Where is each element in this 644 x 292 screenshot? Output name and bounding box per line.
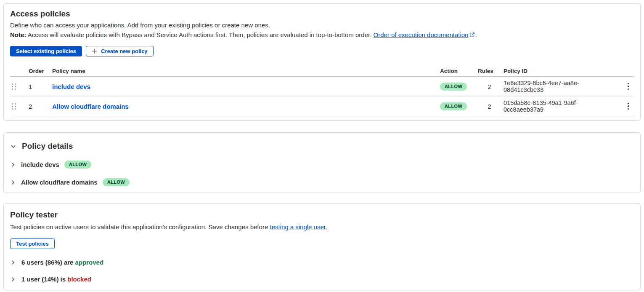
result-text: 1 user (14%) is blocked	[21, 276, 91, 283]
policy-tester-description: Test policies on active users to validat…	[10, 223, 634, 230]
action-badge: ALLOW	[64, 161, 91, 169]
select-existing-policies-button[interactable]: Select existing policies	[10, 46, 82, 56]
chevron-right-icon[interactable]	[10, 179, 16, 185]
table-row: 1 include devs ALLOW 2 1e6e3329-6bc6-4ee…	[10, 77, 634, 96]
policy-detail-name[interactable]: include devs	[21, 161, 59, 168]
chevron-right-icon[interactable]	[10, 276, 16, 282]
action-badge: ALLOW	[440, 102, 467, 110]
col-header-rules: Rules	[478, 68, 501, 74]
note-suffix: .	[475, 31, 477, 38]
policy-name-link[interactable]: Allow cloudflare domains	[52, 103, 129, 110]
note-text: Access will evaluate policies with Bypas…	[26, 31, 373, 38]
col-header-order: Order	[29, 68, 52, 74]
access-policies-actions: Select existing policies Create new poli…	[10, 46, 634, 56]
external-link-icon	[469, 32, 475, 39]
plus-icon	[92, 48, 97, 54]
drag-handle-icon[interactable]	[12, 103, 19, 110]
policies-table-header: Order Policy name Action Rules Policy ID	[10, 65, 634, 77]
chevron-down-icon[interactable]	[10, 143, 16, 150]
result-count-text: 1 user (14%) is	[21, 276, 67, 283]
tester-result-approved: 6 users (86%) are approved	[10, 259, 634, 266]
policy-details-header[interactable]: Policy details	[10, 142, 634, 151]
status-blocked: blocked	[67, 276, 91, 283]
row-order: 1	[29, 83, 52, 90]
row-rules: 2	[478, 103, 501, 110]
chevron-right-icon[interactable]	[10, 260, 16, 265]
policies-table: Order Policy name Action Rules Policy ID…	[10, 65, 634, 116]
row-policy-id: 015da58e-8135-49a1-9a6f-0cc8aeeb37a9	[501, 99, 615, 113]
chevron-right-icon[interactable]	[10, 162, 16, 168]
testing-single-user-link[interactable]: testing a single user.	[270, 223, 327, 230]
policy-tester-title: Policy tester	[10, 210, 634, 220]
result-text: 6 users (86%) are approved	[21, 259, 103, 266]
action-badge: ALLOW	[440, 83, 467, 91]
col-header-policy-name: Policy name	[52, 68, 440, 74]
order-of-execution-link[interactable]: Order of execution documentation	[373, 31, 468, 38]
access-policies-note: Note: Access will evaluate policies with…	[10, 31, 634, 39]
action-badge: ALLOW	[103, 178, 130, 186]
status-approved: approved	[75, 259, 104, 266]
create-new-policy-label: Create new policy	[101, 48, 148, 54]
page-title: Access policies	[10, 9, 634, 19]
policy-name-link[interactable]: include devs	[52, 83, 90, 90]
col-header-action: Action	[440, 68, 478, 74]
col-header-policy-id: Policy ID	[501, 68, 615, 74]
drag-handle-icon[interactable]	[12, 83, 19, 90]
create-new-policy-button[interactable]: Create new policy	[86, 46, 154, 56]
policy-tester-description-text: Test policies on active users to validat…	[10, 223, 270, 230]
table-row: 2 Allow cloudflare domains ALLOW 2 015da…	[10, 96, 634, 116]
policy-details-title: Policy details	[22, 142, 73, 151]
row-menu-kebab-icon[interactable]	[625, 101, 632, 112]
row-policy-id: 1e6e3329-6bc6-4ee7-aa8e-08d41c3cbe33	[501, 80, 615, 93]
row-rules: 2	[478, 83, 501, 90]
tester-result-blocked: 1 user (14%) is blocked	[10, 276, 634, 283]
policy-detail-item: Allow cloudflare domains ALLOW	[10, 178, 634, 186]
row-menu-kebab-icon[interactable]	[625, 81, 632, 92]
policy-detail-item: include devs ALLOW	[10, 161, 634, 169]
result-count-text: 6 users (86%) are	[21, 259, 75, 266]
note-label: Note:	[10, 31, 26, 38]
access-policies-description: Define who can access your applications.…	[10, 21, 634, 29]
policy-details-panel: Policy details include devs ALLOW Allow …	[3, 132, 641, 193]
row-order: 2	[29, 103, 52, 110]
policy-tester-panel: Policy tester Test policies on active us…	[3, 203, 641, 290]
access-policies-panel: Access policies Define who can access yo…	[3, 3, 641, 121]
test-policies-button[interactable]: Test policies	[10, 238, 55, 249]
policy-detail-name[interactable]: Allow cloudflare domains	[21, 179, 98, 186]
